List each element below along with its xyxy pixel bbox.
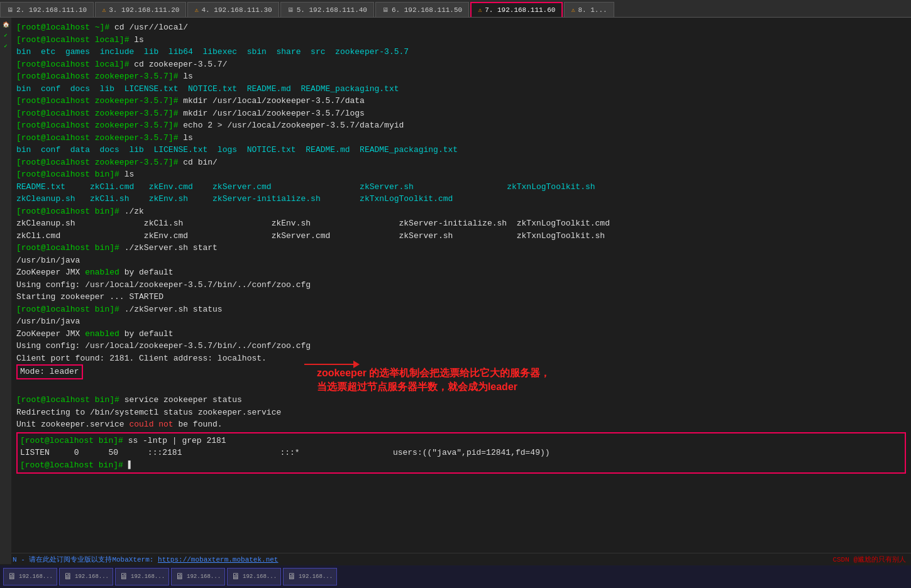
annotation-block: zookeeper 的选举机制会把选票给比它大的服务器， 当选票超过节点服务器半… [304, 364, 551, 395]
tab-3-label: 3. 192.168.111.20 [109, 6, 179, 14]
line-14: README.txt zkCli.cmd zkEnv.cmd zkServer.… [16, 181, 906, 193]
taskbar: 🖥 192.168... 🖥 192.168... 🖥 192.168... 🖥… [0, 565, 911, 588]
line-6: bin conf docs lib LICENSE.txt NOTICE.txt… [16, 83, 906, 95]
line-27: Using config: /usr/local/zookeeper-3.5.7… [16, 340, 906, 352]
line-32: [root@localhost bin]# ss -lntp | grep 21… [20, 435, 902, 447]
line-10: [root@localhost zookeeper-3.5.7]# ls [16, 132, 906, 144]
line-4: [root@localhost local]# cd zookeeper-3.5… [16, 58, 906, 71]
taskbar-item-1[interactable]: 🖥 192.168... [3, 568, 57, 585]
tab-7[interactable]: ⚠ 7. 192.168.111.60 [470, 2, 563, 17]
tab-4[interactable]: ⚠ 4. 192.168.111.30 [187, 2, 279, 17]
line-31: Unit zookeeper.service could not be foun… [16, 418, 906, 431]
sidebar-check2-icon[interactable]: ✓ [1, 42, 10, 51]
annotation-line2: 当选票超过节点服务器半数，就会成为leader [317, 381, 517, 392]
line-5: [root@localhost zookeeper-3.5.7]# ls [16, 70, 906, 83]
tab-6-label: 6. 192.168.111.50 [392, 6, 462, 14]
terminal-left-column: Client port found: 2181. Client address:… [16, 352, 267, 379]
taskbar-item-6-label: 192.168... [299, 574, 333, 580]
tab-8-warning-icon: ⚠ [571, 6, 575, 14]
annotation-row: Client port found: 2181. Client address:… [16, 352, 906, 395]
tab-5-label: 5. 192.168.111.40 [297, 6, 367, 14]
sidebar-home-icon[interactable]: 🏠 [1, 21, 10, 30]
annotation-line1: zookeeper 的选举机制会把选票给比它大的服务器， [317, 368, 551, 378]
footer: N - 请在此处订阅专业版以支持MobaXterm: https://mobax… [0, 553, 911, 565]
line-2: [root@localhost local]# ls [16, 34, 906, 46]
line-19: [root@localhost bin]# ./zkServer.sh star… [16, 242, 906, 254]
tab-4-label: 4. 192.168.111.30 [202, 6, 272, 14]
tab-6-icon: 🖥 [382, 6, 389, 14]
line-25: /usr/bin/java [16, 315, 906, 328]
line-7: [root@localhost zookeeper-3.5.7]# mkdir … [16, 95, 906, 107]
tab-5[interactable]: 🖥 5. 192.168.111.40 [280, 2, 374, 17]
footer-link[interactable]: https://mobaxterm.mobatek.net [158, 556, 278, 564]
line-17: zkCleanup.sh zkCli.sh zkEnv.sh zkServer-… [16, 217, 906, 230]
footer-right: CSDN @尴尬的只有别人 [832, 555, 906, 564]
line-1: [root@localhost ~]# cd /usr//local/ [16, 21, 906, 34]
arrow-shaft [304, 364, 355, 365]
line-20: /usr/bin/java [16, 254, 906, 267]
arrow-head [353, 361, 360, 368]
line-21: ZooKeeper JMX enabled by default [16, 266, 906, 279]
tab-2-icon: 🖥 [7, 6, 13, 14]
line-30: Redirecting to /bin/systemctl status zoo… [16, 406, 906, 419]
main-area: 🏠 ✓ ✓ [root@localhost ~]# cd /usr//local… [0, 18, 911, 553]
line-29: [root@localhost bin]# service zookeeper … [16, 394, 906, 406]
line-3: bin etc games include lib lib64 libexec … [16, 46, 906, 58]
line-13: [root@localhost bin]# ls [16, 168, 906, 181]
tab-5-icon: 🖥 [287, 6, 294, 14]
line-16: [root@localhost bin]# ./zk [16, 205, 906, 218]
terminal-content[interactable]: [root@localhost ~]# cd /usr//local/ [roo… [11, 18, 911, 553]
taskbar-item-2[interactable]: 🖥 192.168... [59, 568, 113, 585]
arrow-container [304, 364, 551, 365]
taskbar-item-3-label: 192.168... [131, 574, 165, 580]
line-24: [root@localhost bin]# ./zkServer.sh stat… [16, 303, 906, 316]
annotation-text: zookeeper 的选举机制会把选票给比它大的服务器， 当选票超过节点服务器半… [317, 366, 551, 395]
tab-2[interactable]: 🖥 2. 192.168.111.10 [0, 2, 94, 17]
tab-2-label: 2. 192.168.111.10 [16, 6, 87, 14]
footer-left: N - 请在此处订阅专业版以支持MobaXterm: https://mobax… [13, 555, 278, 564]
line-18: zkCli.cmd zkEnv.cmd zkServer.cmd zkServe… [16, 230, 906, 242]
line-23: Starting zookeeper ... STARTED [16, 291, 906, 303]
sidebar: 🏠 ✓ ✓ [0, 18, 11, 553]
line-11: bin conf data docs lib LICENSE.txt logs … [16, 144, 906, 156]
tab-7-label: 7. 192.168.111.60 [485, 6, 555, 14]
line-8: [root@localhost zookeeper-3.5.7]# mkdir … [16, 107, 906, 120]
line-34: [root@localhost bin]# ▌ [20, 459, 902, 472]
tab-6[interactable]: 🖥 6. 192.168.111.50 [375, 2, 469, 17]
mode-leader-box: Mode: leader [16, 364, 83, 379]
taskbar-item-4[interactable]: 🖥 192.168... [171, 568, 225, 585]
tab-3[interactable]: ⚠ 3. 192.168.111.20 [95, 2, 186, 17]
line-9: [root@localhost zookeeper-3.5.7]# echo 2… [16, 119, 906, 132]
taskbar-item-5[interactable]: 🖥 192.168... [227, 568, 281, 585]
mode-leader-text: Mode: leader [20, 367, 79, 376]
taskbar-item-4-label: 192.168... [187, 574, 221, 580]
mode-leader-line: Mode: leader [16, 364, 267, 379]
footer-label: N - 请在此处订阅专业版以支持MobaXterm: [13, 556, 158, 564]
taskbar-item-3[interactable]: 🖥 192.168... [115, 568, 169, 585]
taskbar-item-1-label: 192.168... [19, 574, 53, 580]
line-15: zkCleanup.sh zkCli.sh zkEnv.sh zkServer-… [16, 193, 906, 205]
tab-8[interactable]: ⚠ 8. 1... [564, 2, 614, 17]
line-12: [root@localhost zookeeper-3.5.7]# cd bin… [16, 156, 906, 169]
sidebar-check-icon[interactable]: ✓ [1, 31, 10, 40]
tab-7-warning-icon: ⚠ [478, 6, 482, 14]
tab-4-warning-icon: ⚠ [194, 6, 198, 14]
tab-bar: 🖥 2. 192.168.111.10 ⚠ 3. 192.168.111.20 … [0, 0, 911, 18]
line-33: LISTEN 0 50 :::2181 :::* users:(("java",… [20, 447, 902, 459]
taskbar-item-2-label: 192.168... [75, 574, 109, 580]
taskbar-item-5-label: 192.168... [243, 574, 277, 580]
line-26: ZooKeeper JMX enabled by default [16, 328, 906, 340]
line-22: Using config: /usr/local/zookeeper-3.5.7… [16, 279, 906, 291]
line-28: Client port found: 2181. Client address:… [16, 352, 267, 365]
tab-8-label: 8. 1... [578, 6, 607, 14]
bottom-command-box: [root@localhost bin]# ss -lntp | grep 21… [16, 432, 906, 474]
tab-3-warning-icon: ⚠ [102, 6, 106, 14]
taskbar-item-6[interactable]: 🖥 192.168... [283, 568, 337, 585]
